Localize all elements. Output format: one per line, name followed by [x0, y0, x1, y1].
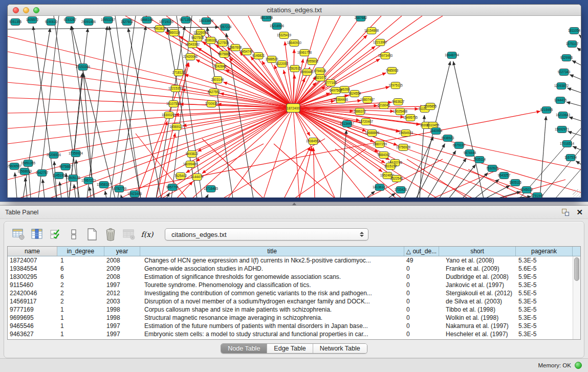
cell-name: 9699695 [8, 314, 57, 322]
svg-text:16033809: 16033809 [199, 19, 214, 23]
table-panel-title: Table Panel [5, 209, 38, 216]
svg-text:13958187: 13958187 [97, 183, 112, 186]
svg-text:2687682: 2687682 [355, 16, 367, 19]
svg-text:10719155: 10719155 [159, 20, 174, 24]
create-new-column-icon[interactable] [85, 228, 99, 242]
svg-text:1872400: 1872400 [287, 106, 300, 110]
svg-text:10025488: 10025488 [393, 110, 408, 113]
cell-in_degree: 6 [57, 265, 104, 273]
svg-text:7357224: 7357224 [219, 25, 232, 29]
svg-text:10553287: 10553287 [101, 18, 116, 21]
tab-network-table[interactable]: Network Table [313, 344, 367, 353]
cell-name: 18300295 [8, 273, 57, 281]
svg-text:6216045: 6216045 [378, 103, 390, 107]
svg-text:1610455: 1610455 [427, 123, 440, 127]
svg-text:25606507: 25606507 [8, 164, 21, 168]
cell-name: 9115460 [8, 281, 57, 289]
svg-text:16961758: 16961758 [297, 51, 312, 54]
cell-year: 2008 [104, 256, 140, 265]
svg-text:12093872: 12093872 [554, 84, 569, 87]
cell-short: Wolkin et al. (1998) [439, 314, 516, 322]
window-titlebar[interactable]: citations_edges.txt [8, 5, 581, 16]
cell-name: 14569117 [8, 297, 57, 305]
cell-year: 1997 [104, 330, 140, 338]
svg-text:15720407: 15720407 [359, 120, 374, 123]
float-panel-icon[interactable] [562, 209, 569, 216]
column-header-year[interactable]: year [104, 247, 140, 256]
svg-text:16648794: 16648794 [445, 53, 460, 57]
table-row[interactable]: 977716911998Corpus callosum shape and si… [8, 305, 573, 314]
cell-in_degree: 1 [57, 305, 104, 314]
function-builder-icon[interactable]: f(x) [140, 228, 154, 242]
svg-text:20206516: 20206516 [47, 153, 61, 157]
select-columns-check-icon[interactable] [48, 228, 62, 242]
table-settings-icon[interactable] [11, 228, 25, 242]
cell-title: Investigating the contribution of common… [140, 289, 404, 297]
table-row[interactable]: 2242004622012Investigating the contribut… [8, 289, 573, 297]
svg-text:19384554: 19384554 [306, 139, 321, 143]
svg-text:2867608: 2867608 [229, 46, 242, 49]
resize-grip[interactable] [573, 189, 580, 197]
scrollbar-thumb[interactable] [574, 257, 579, 281]
svg-text:3624554: 3624554 [349, 92, 361, 95]
network-canvas[interactable]: 7463822986011413226053982750816543382818… [8, 16, 581, 198]
table-row[interactable]: 911546021997Tourette syndrome. Phenomeno… [8, 281, 573, 289]
svg-text:9671355: 9671355 [180, 18, 192, 21]
svg-text:1167534: 1167534 [564, 156, 577, 159]
table-row[interactable]: 1938455462009Genome-wide association stu… [8, 265, 573, 273]
cell-out_de: 0 [404, 297, 439, 305]
table-row[interactable]: 1456911722003Disruption of a novel membe… [8, 297, 573, 305]
column-header-pagerank[interactable]: pagerank [516, 247, 573, 256]
delete-table-icon [122, 228, 136, 242]
table-row[interactable]: 1872400712008Changes of HCN gene express… [8, 256, 573, 265]
table-row[interactable]: 1830029562008Estimation of significance … [8, 273, 573, 281]
cell-in_degree: 1 [57, 256, 104, 265]
tab-node-table[interactable]: Node Table [221, 344, 267, 353]
dropdown-arrows-icon [360, 232, 364, 237]
svg-text:1595855: 1595855 [424, 104, 437, 108]
svg-text:15218506: 15218506 [270, 24, 285, 28]
table-selector-dropdown[interactable]: citations_edges.txt [165, 228, 368, 240]
delete-columns-icon[interactable] [103, 228, 117, 242]
memory-status-icon[interactable] [575, 362, 582, 369]
network-window: citations_edges.txt 74638229860114132260… [7, 4, 581, 198]
cell-short: Stergiakouli et al. (2012) [439, 289, 516, 297]
show-columns-icon[interactable] [30, 228, 43, 242]
column-header-in_degree[interactable]: in_degree [57, 247, 104, 256]
svg-text:10688809: 10688809 [365, 131, 380, 135]
svg-text:16099489: 16099489 [183, 162, 198, 166]
column-header-short[interactable]: short [439, 247, 516, 256]
svg-text:1527602: 1527602 [121, 20, 134, 24]
svg-text:1145193: 1145193 [53, 173, 66, 177]
svg-text:8322057: 8322057 [276, 62, 289, 65]
svg-text:20364486: 20364486 [334, 98, 349, 101]
cell-title: Estimation of significance thresholds fo… [140, 273, 404, 281]
cell-title: Structural magnetic resonance image aver… [140, 314, 404, 322]
table-selector-value: citations_edges.txt [171, 231, 360, 238]
cell-short: Yano et al. (2008) [439, 256, 516, 265]
table-row[interactable]: 946362711997Embryonic stem cells: a mode… [8, 330, 573, 338]
tab-edge-table[interactable]: Edge Table [267, 344, 313, 353]
table-row[interactable]: 969969511998Structural magnetic resonanc… [8, 314, 573, 322]
node-table: namein_degreeyeartitle△ out_de...shortpa… [7, 246, 581, 340]
clear-columns-icon[interactable] [67, 228, 80, 242]
cell-pagerank: 5.3E-5 [516, 322, 573, 330]
cell-title: Changes of HCN gene expression and I(f) … [140, 256, 404, 265]
cell-name: 22420046 [8, 289, 57, 297]
column-header-title[interactable]: title [140, 247, 404, 256]
cell-name: 9465546 [8, 322, 57, 330]
cell-short: Hescheler et al. (1997) [439, 330, 516, 338]
column-header-out_de[interactable]: △ out_de... [404, 247, 439, 256]
split-divider[interactable] [0, 202, 588, 206]
svg-text:1805115: 1805115 [509, 181, 522, 184]
svg-text:16782759: 16782759 [112, 187, 127, 190]
svg-text:14569117: 14569117 [169, 125, 184, 128]
column-header-name[interactable]: name [8, 247, 57, 256]
close-panel-icon[interactable]: ✕ [576, 209, 583, 216]
svg-text:10973493: 10973493 [378, 54, 393, 57]
table-row[interactable]: 946554611997Estimation of the future num… [8, 322, 573, 330]
cell-year: 2003 [104, 297, 140, 305]
table-scrollbar[interactable] [573, 256, 580, 339]
cell-in_degree: 2 [57, 297, 104, 305]
cell-name: 19384554 [8, 265, 57, 273]
